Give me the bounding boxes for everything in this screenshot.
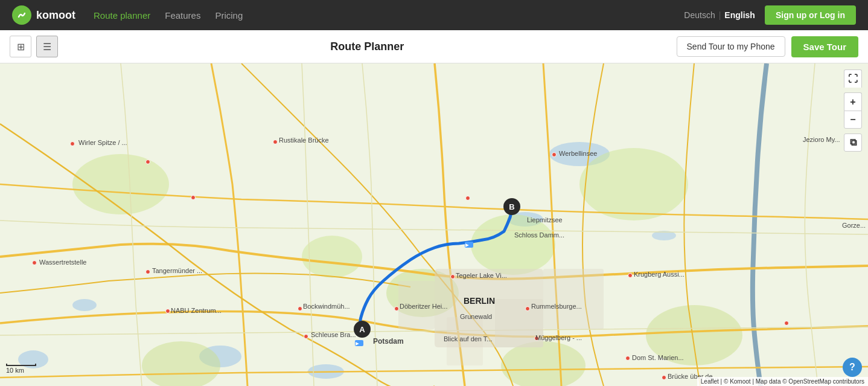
map-container[interactable]: ▶ ▶ Wirler Spitze / ... Rustikale Brücke… (0, 63, 868, 386)
layers-button[interactable]: ⧉ (844, 133, 862, 152)
waypoint-a-marker[interactable]: A (354, 321, 371, 338)
svg-point-11 (471, 214, 555, 275)
signup-button[interactable]: Sign up or Log in (765, 5, 856, 25)
map-svg: ▶ ▶ (0, 63, 868, 386)
zoom-out-button[interactable]: − (844, 111, 862, 129)
view-list-button[interactable]: ☰ (36, 36, 58, 57)
nav-route-planner[interactable]: Route planner (94, 10, 150, 21)
svg-point-12 (302, 236, 362, 278)
waypoint-b-marker[interactable]: B (503, 198, 520, 215)
nav-right: Deutsch | English Sign up or Log in (684, 5, 856, 25)
nav-features[interactable]: Features (165, 10, 200, 21)
nav-links: Route planner Features Pricing (94, 10, 243, 21)
logo[interactable]: komoot (12, 5, 75, 25)
toolbar-title: Route Planner (63, 40, 672, 53)
svg-point-6 (72, 299, 97, 311)
fullscreen-button[interactable]: ⛶ (844, 69, 862, 88)
svg-point-13 (579, 148, 688, 220)
svg-rect-22 (447, 317, 483, 365)
map-scale: 10 km (6, 364, 36, 374)
lang-english[interactable]: English (724, 10, 755, 20)
svg-rect-19 (398, 281, 435, 329)
map-controls: ⛶ + − ⧉ (844, 69, 862, 152)
send-tour-button[interactable]: Send Tour to my Phone (677, 36, 785, 57)
top-navigation: komoot Route planner Features Pricing De… (0, 0, 868, 30)
logo-text: komoot (36, 9, 75, 22)
toolbar-actions: Send Tour to my Phone Save Tour (677, 36, 858, 57)
toolbar: ⊞ ☰ Route Planner Send Tour to my Phone … (0, 30, 868, 63)
grid-icon: ⊞ (17, 41, 25, 53)
help-button[interactable]: ? (843, 358, 862, 377)
language-switcher: Deutsch | English (684, 10, 755, 20)
svg-rect-20 (543, 269, 604, 329)
svg-rect-21 (495, 299, 543, 347)
lang-deutsch[interactable]: Deutsch (684, 10, 715, 20)
list-icon: ☰ (43, 41, 51, 53)
zoom-in-button[interactable]: + (844, 92, 862, 111)
save-tour-button[interactable]: Save Tour (791, 36, 858, 57)
svg-point-17 (646, 305, 742, 365)
view-grid-button[interactable]: ⊞ (10, 36, 31, 57)
map-attribution: Leaflet | © Komoot | Map data © OpenStre… (697, 377, 868, 386)
lang-separator: | (719, 10, 721, 20)
scale-bar-graphic (6, 364, 36, 366)
scale-label: 10 km (6, 367, 24, 374)
nav-pricing[interactable]: Pricing (215, 10, 243, 21)
logo-icon (12, 5, 31, 25)
